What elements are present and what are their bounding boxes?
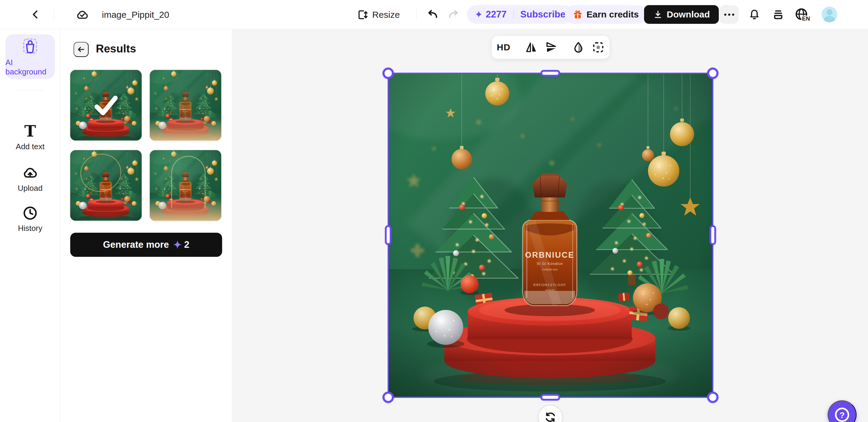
selected-check-overlay [70,70,142,141]
hd-enhance-button[interactable]: HD [497,42,510,53]
ai-background-icon [21,37,39,56]
earn-credits-button[interactable]: Earn credits [565,5,647,24]
selected-image[interactable] [388,73,713,397]
avatar[interactable] [822,7,837,22]
language-button[interactable]: EN [794,7,810,23]
resize-handle-right[interactable] [710,225,716,245]
resize-handle-left[interactable] [385,225,392,245]
back-button[interactable] [28,7,43,22]
flip-horizontal-icon [525,41,538,54]
resize-handle-bottom-left[interactable] [382,392,394,403]
generate-cost: 2 [184,239,189,250]
credits-subscribe-pill[interactable]: ✦ 2277 Subscribe [467,5,573,24]
dot [724,13,726,16]
result-thumbnail-2[interactable] [150,70,221,141]
resize-handle-bottom-right[interactable] [707,392,718,403]
subscribe-link[interactable]: Subscribe [520,9,565,20]
sidebar-divider [17,90,44,90]
redo-button[interactable] [447,8,461,22]
flip-vertical-icon [545,41,558,54]
sidebar-item-ai-background[interactable]: AI background [5,34,55,79]
resize-handle-top[interactable] [540,70,560,77]
focus-select-icon [592,41,604,54]
flip-horizontal-button[interactable] [525,41,538,54]
arrow-left-icon [76,45,86,54]
resize-handle-bottom[interactable] [540,394,560,401]
question-mark-icon: ? [833,406,851,422]
header-divider [54,8,54,21]
result-thumbnail-3[interactable] [70,150,142,221]
globe-icon: EN [794,7,810,23]
results-title: Results [96,42,136,55]
sidebar-item-label: AI background [5,58,55,77]
image-toolbar: HD [492,36,610,59]
droplet-icon [572,41,585,54]
question-glyph: ? [839,410,844,420]
sidebar-item-label: Upload [0,184,60,193]
refresh-icon [544,411,557,422]
help-button[interactable]: ? [828,400,857,422]
cloud-save-icon[interactable] [75,7,90,22]
pill-divider [513,10,514,19]
undo-button[interactable] [426,8,439,22]
result-thumbnail-1[interactable] [70,70,142,141]
sidebar-item-history[interactable]: History [0,205,60,233]
upload-cloud-icon [22,164,38,181]
results-panel: Results Generate more ✦ 2 [60,29,232,422]
resize-handle-top-right[interactable] [707,67,718,79]
header-divider [416,8,417,21]
select-region-button[interactable] [592,41,604,54]
download-button[interactable]: Download [644,5,719,24]
sparkle-icon: ✦ [173,239,182,251]
resize-icon [357,9,369,21]
dot [732,13,734,16]
credits-count: 2277 [486,9,507,20]
avatar-body [824,16,835,22]
redo-icon [447,9,460,21]
resize-label: Resize [372,10,400,20]
canvas-area[interactable]: HD [232,29,868,422]
dot [728,13,730,16]
drawer-stack-icon [772,9,784,21]
orders-button[interactable] [771,7,786,22]
gift-icon [572,9,583,20]
language-label: EN [802,16,810,22]
resize-handle-top-left[interactable] [382,67,394,79]
earn-credits-label: Earn credits [587,9,639,20]
result-thumbnail-4[interactable] [150,150,221,221]
bell-icon [748,9,761,21]
resize-button[interactable]: Resize [357,0,400,29]
check-icon [93,94,119,116]
sidebar-item-upload[interactable]: Upload [0,164,60,193]
results-back-button[interactable] [73,42,89,57]
add-text-icon: T [0,123,60,139]
sidebar-item-add-text[interactable]: T Add text [0,123,60,151]
regenerate-button[interactable] [538,405,563,422]
sidebar-item-label: Add text [0,142,60,151]
opacity-button[interactable] [572,41,585,54]
download-icon [653,10,663,19]
generate-more-label: Generate more [103,239,169,250]
document-filename[interactable]: image_Pippit_20 [102,0,169,29]
flip-vertical-button[interactable] [545,41,558,54]
sidebar-item-label: History [0,224,60,233]
undo-icon [427,9,438,21]
tool-sidebar: AI background T Add text Upload History [0,29,60,422]
top-bar: image_Pippit_20 Resize ✦ 2277 Subscribe [0,0,868,29]
generate-more-button[interactable]: Generate more ✦ 2 [70,233,222,257]
chevron-left-icon [30,9,41,20]
more-options-button[interactable] [719,5,739,24]
download-label: Download [667,9,710,20]
sparkle-icon: ✦ [475,9,483,20]
avatar-head [827,9,832,16]
notifications-button[interactable] [747,7,762,22]
history-clock-icon [22,205,38,221]
